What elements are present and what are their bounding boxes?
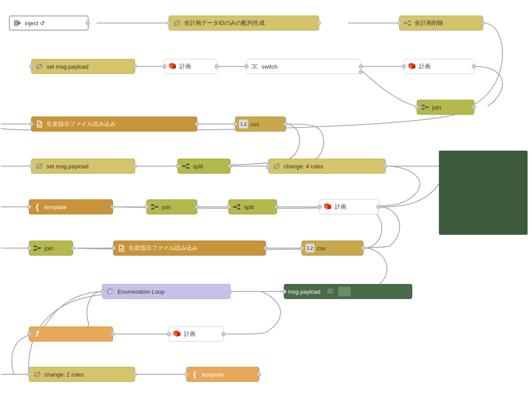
file-read-node-1[interactable]: 生産指示ファイル読み込み bbox=[31, 117, 197, 132]
plan-1-input-port[interactable] bbox=[162, 64, 167, 69]
template-node-2[interactable]: { template bbox=[186, 367, 259, 382]
inject-node[interactable]: inject ↺ bbox=[9, 16, 89, 31]
switch-icon bbox=[250, 62, 259, 71]
join-2-input-port[interactable] bbox=[145, 205, 149, 209]
csv-1-input-port[interactable] bbox=[233, 122, 238, 126]
join-node-3[interactable]: join bbox=[29, 241, 73, 256]
split-node-1[interactable]: split bbox=[177, 159, 231, 174]
set-payload-2-input-port[interactable] bbox=[29, 164, 34, 168]
plan-label-4: 計画 bbox=[184, 330, 196, 338]
file-read-2-output-port[interactable] bbox=[263, 246, 268, 250]
plan-4-output-port[interactable] bbox=[221, 332, 226, 336]
plan-1-output-port[interactable] bbox=[215, 64, 219, 69]
csv-2-output-port[interactable] bbox=[361, 246, 365, 250]
csv-1-output-port[interactable] bbox=[283, 122, 288, 126]
csv-2-input-port[interactable] bbox=[300, 246, 304, 250]
join-3-input-port[interactable] bbox=[27, 246, 31, 250]
loop-input-port[interactable] bbox=[100, 289, 105, 294]
join-1-input-port[interactable] bbox=[415, 105, 419, 109]
loop-output-port[interactable] bbox=[228, 289, 232, 294]
file-read-node-2[interactable]: 生産指示ファイル読み込み bbox=[113, 241, 266, 256]
change-icon-3 bbox=[35, 162, 44, 171]
function-output-port[interactable] bbox=[110, 332, 115, 336]
svg-rect-22 bbox=[187, 167, 189, 169]
svg-rect-40 bbox=[38, 247, 41, 249]
split-1-input-port[interactable] bbox=[176, 164, 180, 168]
switch-output-port-1[interactable] bbox=[359, 64, 363, 69]
all-plan-delete-node[interactable]: 全計画削除 bbox=[399, 16, 483, 31]
planio-icon-3 bbox=[323, 202, 332, 211]
plan-3-output-port[interactable] bbox=[376, 205, 381, 209]
plan-label-1: 計画 bbox=[180, 62, 191, 70]
change-4rules-output-port[interactable] bbox=[383, 164, 387, 168]
switch-node[interactable]: switch bbox=[246, 59, 361, 74]
set-payload-1-input-port[interactable] bbox=[29, 64, 34, 69]
switch-input-port[interactable] bbox=[244, 64, 249, 69]
template-node-1[interactable]: { template bbox=[29, 199, 113, 214]
all-plan-array-input-port[interactable] bbox=[167, 21, 171, 25]
change-4rules-input-port[interactable] bbox=[266, 164, 271, 168]
file-read-1-output-port[interactable] bbox=[195, 122, 199, 126]
list-icon bbox=[327, 288, 334, 296]
switch-output-port-2[interactable] bbox=[359, 70, 363, 74]
all-plan-array-output-port[interactable] bbox=[317, 21, 321, 25]
split-1-output-port[interactable] bbox=[228, 164, 232, 168]
change-2rules-node[interactable]: change: 2 rules bbox=[29, 367, 135, 382]
template-1-output-port[interactable] bbox=[110, 205, 115, 209]
change-4rules-label: change: 4 rules bbox=[284, 163, 323, 170]
change-2rules-label: change: 2 rules bbox=[44, 371, 84, 378]
inject-output-port[interactable] bbox=[86, 21, 90, 25]
svg-line-28 bbox=[154, 205, 156, 207]
all-plan-array-node[interactable]: 全計画データIDのみの配列生成 bbox=[168, 16, 319, 31]
plan-node-1[interactable]: 計画 bbox=[164, 59, 217, 74]
toggle-button[interactable] bbox=[338, 287, 351, 296]
svg-line-33 bbox=[236, 205, 238, 207]
svg-rect-26 bbox=[151, 208, 154, 210]
svg-rect-31 bbox=[238, 204, 240, 206]
template-1-input-port[interactable] bbox=[27, 205, 31, 209]
split-node-2[interactable]: split bbox=[228, 199, 277, 214]
join-2-output-port[interactable] bbox=[195, 205, 199, 209]
join-1-output-port[interactable] bbox=[472, 105, 476, 109]
enumeration-loop-label: Enumeration Loop bbox=[117, 288, 164, 295]
change-4rules-node[interactable]: change: 4 rules bbox=[268, 159, 386, 174]
file-read-label-1: 生産指示ファイル読み込み bbox=[47, 120, 116, 128]
planio-icon-4 bbox=[172, 330, 181, 338]
change-2rules-output-port[interactable] bbox=[133, 372, 137, 377]
set-payload-node-2[interactable]: set msg.payload bbox=[31, 159, 135, 174]
set-payload-2-output-port[interactable] bbox=[133, 164, 137, 168]
plan-node-2[interactable]: 計画 bbox=[403, 59, 474, 74]
join-node-2[interactable]: join bbox=[146, 199, 197, 214]
function-icon: f bbox=[33, 330, 42, 338]
join-node-1[interactable]: join bbox=[417, 100, 474, 115]
join-icon-1 bbox=[421, 103, 430, 112]
svg-rect-13 bbox=[422, 105, 424, 106]
split-2-input-port[interactable] bbox=[227, 205, 231, 209]
template-2-input-port[interactable] bbox=[184, 372, 189, 377]
csv-node-2[interactable]: 1.2 csv bbox=[301, 241, 364, 256]
csv-node-1[interactable]: 1.2 csv bbox=[235, 117, 286, 132]
join-3-output-port[interactable] bbox=[70, 246, 75, 250]
plan-node-4[interactable]: 計画 bbox=[168, 326, 224, 342]
function-node[interactable]: f bbox=[29, 326, 113, 342]
all-plan-delete-input-port[interactable] bbox=[397, 21, 402, 25]
plan-3-input-port[interactable] bbox=[317, 205, 322, 209]
template-2-output-port[interactable] bbox=[257, 372, 261, 377]
enumeration-loop-node[interactable]: Enumeration Loop bbox=[102, 284, 231, 299]
split-2-output-port[interactable] bbox=[274, 205, 279, 209]
file-read-1-input-port[interactable] bbox=[29, 122, 34, 126]
all-plan-delete-label: 全計画削除 bbox=[415, 19, 443, 27]
plan-node-3[interactable]: 計画 bbox=[319, 199, 379, 214]
change-2rules-input-port[interactable] bbox=[27, 372, 31, 377]
set-payload-1-output-port[interactable] bbox=[133, 64, 137, 69]
msg-payload-display-node[interactable]: msg.payload bbox=[284, 284, 412, 299]
svg-marker-1 bbox=[18, 20, 21, 26]
plan-2-input-port[interactable] bbox=[402, 64, 406, 69]
plan-4-input-port[interactable] bbox=[167, 332, 171, 336]
msg-payload-display-input-port[interactable] bbox=[282, 289, 286, 294]
file-read-2-input-port[interactable] bbox=[111, 246, 116, 250]
plan-2-output-port[interactable] bbox=[472, 64, 476, 69]
all-plan-delete-output-port[interactable] bbox=[481, 21, 485, 25]
function-input-port[interactable] bbox=[27, 332, 31, 336]
set-payload-node-1[interactable]: set msg.payload bbox=[31, 59, 135, 74]
